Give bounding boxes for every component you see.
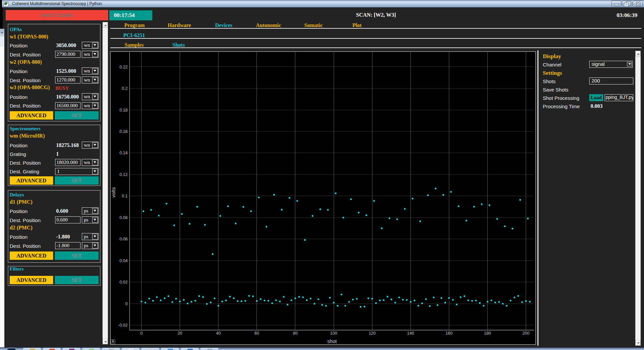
svg-text:100: 100 <box>330 331 337 336</box>
svg-text:shot: shot <box>327 338 337 344</box>
svg-text:0.18: 0.18 <box>120 108 128 113</box>
svg-text:0.02: 0.02 <box>120 280 128 285</box>
svg-text:60: 60 <box>255 331 259 336</box>
svg-text:0.06: 0.06 <box>120 237 128 241</box>
svg-text:200: 200 <box>522 331 529 336</box>
svg-text:180: 180 <box>484 331 491 336</box>
svg-text:40: 40 <box>216 331 221 336</box>
svg-text:0.08: 0.08 <box>120 215 128 220</box>
svg-text:160: 160 <box>446 331 453 336</box>
svg-text:0.22: 0.22 <box>120 65 128 69</box>
svg-text:0.16: 0.16 <box>120 129 128 134</box>
svg-text:volts: volts <box>111 187 116 198</box>
svg-text:120: 120 <box>369 331 376 336</box>
svg-text:140: 140 <box>407 331 414 336</box>
svg-text:0.12: 0.12 <box>120 172 128 177</box>
svg-text:20: 20 <box>178 331 182 336</box>
svg-text:0.14: 0.14 <box>120 151 128 155</box>
svg-text:0.2: 0.2 <box>122 86 128 91</box>
svg-text:0: 0 <box>125 302 128 306</box>
svg-text:80: 80 <box>293 331 298 336</box>
svg-text:0.04: 0.04 <box>120 258 128 263</box>
svg-text:0: 0 <box>140 331 143 336</box>
svg-text:0.1: 0.1 <box>122 194 128 198</box>
svg-text:-0.02: -0.02 <box>118 323 128 328</box>
